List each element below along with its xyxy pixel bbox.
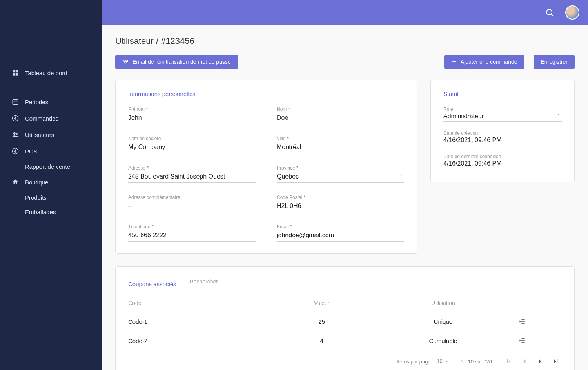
row-action-icon[interactable] <box>518 337 559 345</box>
section-title: Informations personnelles <box>128 90 404 97</box>
button-label: Ajouter une commande <box>461 59 517 65</box>
city-input[interactable] <box>277 142 404 153</box>
chevron-down-icon <box>445 359 449 363</box>
last-name-label: Nom * <box>277 106 404 112</box>
coupon-search-input[interactable] <box>190 276 284 287</box>
created-value: 4/16/2021, 09:46 PM <box>443 137 562 145</box>
svg-line-13 <box>552 14 554 16</box>
province-label: Province * <box>277 165 404 171</box>
avatar[interactable] <box>565 5 579 20</box>
first-page-button[interactable] <box>503 356 515 367</box>
calendar-icon <box>11 97 20 106</box>
home-icon <box>11 178 20 186</box>
items-per-page-label: Items par page: <box>397 359 432 365</box>
items-per-page-value: 10 <box>437 358 442 364</box>
sidebar-item-boutique[interactable]: Boutique <box>0 174 102 190</box>
coupons-table: Code Valeur Utilisation Code-1 25 Unique <box>128 294 562 350</box>
phone-input[interactable] <box>128 230 256 242</box>
page-range: 1 - 10 sur 720 <box>461 359 492 365</box>
sidebar-logo-area <box>0 0 102 61</box>
sidebar-item-label: POS <box>25 148 38 155</box>
sidebar-item-periodes[interactable]: Periodes <box>0 94 102 110</box>
last-page-button[interactable] <box>550 356 562 367</box>
search-button[interactable] <box>542 5 557 20</box>
svg-point-10 <box>16 133 18 135</box>
address-input[interactable] <box>128 171 256 183</box>
sidebar: Tableau de bord Periodes Commandes Utili <box>0 0 102 370</box>
sidebar-item-rapport-vente[interactable]: Rapport de vente <box>0 159 102 174</box>
role-select[interactable]: Rôle Administrateur <box>443 106 562 122</box>
cell-value: 25 <box>276 312 371 331</box>
phone-label: Téléphone * <box>128 224 256 229</box>
reset-password-button[interactable]: Email de réinitialisation de mot de pass… <box>115 55 238 69</box>
button-label: Email de réinitialisation de mot de pass… <box>132 59 231 65</box>
cell-value: 4 <box>276 331 371 350</box>
button-label: Enregistrer <box>541 59 568 65</box>
svg-point-9 <box>13 132 16 135</box>
cell-usage: Unique <box>371 312 518 331</box>
refresh-icon <box>122 59 129 65</box>
section-title: Statut <box>443 90 562 97</box>
sidebar-item-label: Emballages <box>25 209 56 215</box>
cell-code: Code-2 <box>128 331 276 350</box>
sidebar-item-label: Commandes <box>25 115 58 122</box>
sidebar-item-label: Boutique <box>25 179 48 186</box>
page-title: Utilisateur / #123456 <box>115 36 575 46</box>
postal-input[interactable] <box>277 201 404 212</box>
add-order-button[interactable]: Ajouter une commande <box>444 55 524 69</box>
sidebar-item-dashboard[interactable]: Tableau de bord <box>0 65 102 81</box>
sidebar-item-label: Tableau de bord <box>25 70 67 76</box>
topbar <box>102 0 588 25</box>
first-name-label: Prénom * <box>128 106 256 112</box>
dollar-icon <box>11 147 20 155</box>
company-label: Nom de société <box>128 136 256 141</box>
plus-icon <box>451 59 457 65</box>
last-name-input[interactable] <box>277 113 404 124</box>
role-value: Administrateur <box>443 113 562 121</box>
col-value: Valeur <box>276 294 371 312</box>
prev-page-button[interactable] <box>519 356 530 367</box>
sidebar-item-label: Utilisateurs <box>25 132 54 138</box>
sidebar-nav: Tableau de bord Periodes Commandes Utili <box>0 61 102 223</box>
row-action-icon[interactable] <box>518 318 559 325</box>
last-login-value: 4/16/2021, 09:46 PM <box>443 160 562 169</box>
address2-input[interactable] <box>128 201 256 212</box>
svg-rect-1 <box>16 70 18 72</box>
table-row: Code-2 4 Cumulable <box>128 331 562 350</box>
dollar-icon <box>11 114 20 123</box>
sidebar-item-produits[interactable]: Produits <box>0 190 102 205</box>
svg-point-12 <box>546 9 552 15</box>
svg-rect-4 <box>13 100 18 105</box>
company-input[interactable] <box>128 142 256 153</box>
status-card: Statut Rôle Administrateur Date de créat… <box>430 80 575 182</box>
role-label: Rôle <box>443 106 562 112</box>
col-code: Code <box>128 294 276 312</box>
sidebar-item-emballages[interactable]: Emballages <box>0 205 102 219</box>
sidebar-item-label: Rapport de vente <box>25 163 70 170</box>
sidebar-item-label: Produits <box>25 194 47 201</box>
next-page-button[interactable] <box>534 356 546 367</box>
svg-rect-3 <box>16 73 18 76</box>
last-login-label: Date de dernière connexion <box>443 154 562 159</box>
cell-usage: Cumulable <box>371 331 518 350</box>
users-icon <box>11 130 20 139</box>
address2-label: Adresse complémentaire <box>128 195 256 200</box>
table-row: Code-1 25 Unique <box>128 312 562 331</box>
save-button[interactable]: Enregistrer <box>534 55 575 69</box>
items-per-page-select[interactable]: 10 <box>436 357 449 365</box>
personal-info-card: Informations personnelles Prénom * Nom *… <box>115 80 417 254</box>
postal-label: Code Postal * <box>277 195 404 200</box>
coupons-card: Coupons associés Code Valeur Utilisation <box>115 266 575 370</box>
address-label: Adresse * <box>128 165 256 171</box>
sidebar-item-utilisateurs[interactable]: Utilisateurs <box>0 126 102 143</box>
action-bar: Email de réinitialisation de mot de pass… <box>115 55 575 69</box>
svg-rect-2 <box>13 73 15 76</box>
first-name-input[interactable] <box>128 113 256 124</box>
paginator: Items par page: 10 1 - 10 sur 720 <box>128 350 562 367</box>
sidebar-item-pos[interactable]: POS <box>0 143 102 159</box>
email-input[interactable] <box>277 230 404 242</box>
email-label: Email * <box>277 224 404 229</box>
city-label: Ville * <box>277 136 404 141</box>
sidebar-item-commandes[interactable]: Commandes <box>0 110 102 126</box>
province-select[interactable] <box>277 171 404 183</box>
